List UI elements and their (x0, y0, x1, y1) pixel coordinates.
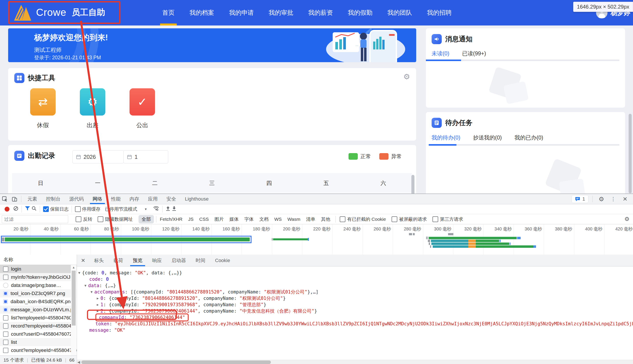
todos-tabs: 我的待办(0)抄送我的(0)我的已办(0) (432, 134, 543, 141)
inspect-icon[interactable] (0, 195, 10, 204)
preserve-log-checkbox[interactable] (43, 206, 49, 212)
tree-arrow-icon[interactable]: ▶ (97, 309, 99, 313)
request-list-scrollbar[interactable]: ▲ (71, 265, 77, 356)
request-row[interactable]: daiban_icon-B4SdEQRK.png (0, 298, 77, 306)
record-icon[interactable] (2, 207, 12, 212)
nav-item-我的假勤[interactable]: 我的假勤 (348, 0, 373, 26)
kebab-menu-icon[interactable]: ⋮ (608, 195, 618, 204)
close-request-icon[interactable]: ✕ (77, 258, 89, 264)
request-list-header[interactable]: 名称 (0, 254, 77, 265)
request-row[interactable]: myInfo?token=eyJhbGciOiJI. (0, 273, 77, 281)
nav-item-我的薪资[interactable]: 我的薪资 (308, 0, 333, 26)
scroll-left-icon[interactable]: ◀ (77, 360, 80, 364)
filter-type-Wasm[interactable]: Wasm (286, 216, 302, 223)
filter-type-文档[interactable]: 文档 (258, 215, 270, 224)
filter-type-CSS[interactable]: CSS (198, 216, 210, 223)
filter-type-JS[interactable]: JS (187, 216, 195, 223)
preview-tab-响应[interactable]: 响应 (147, 254, 167, 266)
request-row[interactable]: data:image/png;base… (0, 281, 77, 289)
devtools-tab-性能[interactable]: 性能 (107, 194, 125, 204)
tool-tile-出差[interactable]: ⚙ (80, 88, 105, 116)
device-toolbar-icon[interactable] (10, 195, 19, 204)
devtools-tab-网络[interactable]: 网络 (88, 194, 107, 204)
year-select[interactable]: 2026 (72, 150, 124, 164)
nav-item-我的审批[interactable]: 我的审批 (269, 0, 293, 26)
filter-type-清单[interactable]: 清单 (305, 215, 316, 224)
issues-badge[interactable]: 1 (572, 195, 588, 203)
tab-我的已办(0)[interactable]: 我的已办(0) (514, 134, 543, 141)
hide-data-urls-checkbox[interactable] (98, 216, 103, 222)
nav-item-我的档案[interactable]: 我的档案 (190, 0, 214, 26)
blocked-requests-checkbox[interactable] (392, 216, 397, 222)
scroll-up-icon[interactable]: ▲ (71, 265, 77, 270)
page-scrollbar[interactable] (628, 114, 632, 193)
tab-抄送我的(0)[interactable]: 抄送我的(0) (473, 134, 502, 141)
tools-settings-gear-icon[interactable]: ⚙ (404, 73, 410, 80)
request-row[interactable]: list (0, 338, 77, 346)
filter-funnel-icon[interactable] (25, 206, 30, 212)
preview-tab-预览[interactable]: 预览 (128, 254, 147, 266)
devtools-tab-控制台[interactable]: 控制台 (42, 194, 65, 204)
filter-settings-gear-icon[interactable]: ⚙ (624, 216, 629, 222)
import-har-icon[interactable] (166, 206, 170, 212)
tab-已读(99+)[interactable]: 已读(99+) (462, 50, 486, 57)
preview-hscrollbar[interactable]: ◀ (77, 360, 633, 364)
nav-item-首页[interactable]: 首页 (162, 0, 175, 26)
devtools-tab-应用[interactable]: 应用 (144, 194, 162, 204)
third-party-checkbox[interactable] (433, 216, 438, 222)
preview-tab-Cookie[interactable]: Cookie (210, 254, 235, 266)
preview-tab-启动器[interactable]: 启动器 (167, 254, 191, 266)
filter-type-Fetch/XHR[interactable]: Fetch/XHR (159, 216, 184, 223)
tool-tile-公出[interactable]: ✓ (130, 88, 155, 116)
filter-type-all[interactable]: 全部 (139, 215, 154, 224)
tree-arrow-icon[interactable]: ▼ (78, 271, 80, 275)
request-row[interactable]: tool_icon-DZ3cQ9R7.png (0, 289, 77, 298)
filter-type-WS[interactable]: WS (273, 216, 283, 223)
settings-gear-icon[interactable]: ⚙ (596, 195, 606, 204)
devtools-tab-元素[interactable]: 元素 (23, 194, 42, 204)
card-scrollbar[interactable] (411, 175, 414, 194)
request-row[interactable]: record?employeeId=455804 (0, 322, 77, 330)
preview-tab-载荷[interactable]: 载荷 (109, 254, 128, 266)
filter-type-图片[interactable]: 图片 (213, 215, 225, 224)
blocked-cookies-checkbox[interactable] (340, 216, 346, 222)
throttling-select[interactable]: 已停用节流模式 (105, 206, 137, 212)
search-icon[interactable] (32, 206, 37, 212)
tab-未读(0)[interactable]: 未读(0) (432, 50, 449, 57)
tree-arrow-icon[interactable]: ▼ (84, 284, 86, 288)
preview-tab-时间[interactable]: 时间 (191, 254, 210, 266)
network-timeline-overview[interactable]: 20 毫秒40 毫秒60 毫秒80 毫秒100 毫秒120 毫秒140 毫秒16… (0, 224, 633, 255)
preview-json-tree[interactable]: ▼{code: 0, message: "OK", data: {,…}}cod… (77, 266, 633, 360)
preview-tab-标头[interactable]: 标头 (89, 254, 109, 266)
devtools-tab-安全[interactable]: 安全 (162, 194, 180, 204)
clear-icon[interactable] (13, 206, 19, 212)
tool-tile-休假[interactable]: ⇄ (30, 88, 56, 116)
filter-type-字体[interactable]: 字体 (243, 215, 255, 224)
request-row[interactable]: count?userID=45580476072 (0, 330, 77, 338)
request-row[interactable]: count?employeeId=4558047▼ (0, 346, 77, 354)
network-conditions-icon[interactable] (153, 206, 159, 212)
filter-type-媒体[interactable]: 媒体 (228, 215, 240, 224)
filter-type-其他[interactable]: 其他 (320, 215, 332, 224)
tree-arrow-icon[interactable]: ▼ (91, 290, 93, 294)
devtools-tab-源代码[interactable]: 源代码 (65, 194, 88, 204)
tab-我的待办(0)[interactable]: 我的待办(0) (432, 134, 460, 141)
export-har-icon[interactable] (172, 206, 177, 212)
nav-item-我的招聘[interactable]: 我的招聘 (427, 0, 452, 26)
request-row[interactable]: login (0, 265, 77, 273)
nav-item-我的申请[interactable]: 我的申请 (229, 0, 254, 26)
invert-checkbox[interactable] (76, 216, 81, 222)
request-row[interactable]: message_icon-DUzrWVLm.p (0, 306, 77, 314)
nav-item-我的团队[interactable]: 我的团队 (387, 0, 412, 26)
devtools-tab-内存[interactable]: 内存 (125, 194, 144, 204)
request-name: myInfo?token=eyJhbGciOiJI. (11, 274, 73, 280)
request-row[interactable]: list?employeeId=455804760 (0, 314, 77, 322)
tree-arrow-icon[interactable]: ▶ (97, 296, 99, 300)
tree-arrow-icon[interactable]: ▶ (97, 303, 99, 307)
month-select[interactable]: 1 (123, 150, 168, 164)
filter-input[interactable] (2, 215, 68, 223)
throttling-caret-icon[interactable]: ▼ (144, 207, 147, 211)
devtools-tab-Lighthouse[interactable]: Lighthouse (180, 194, 213, 204)
close-devtools-icon[interactable]: ✕ (620, 195, 630, 204)
disable-cache-checkbox[interactable] (75, 206, 81, 212)
